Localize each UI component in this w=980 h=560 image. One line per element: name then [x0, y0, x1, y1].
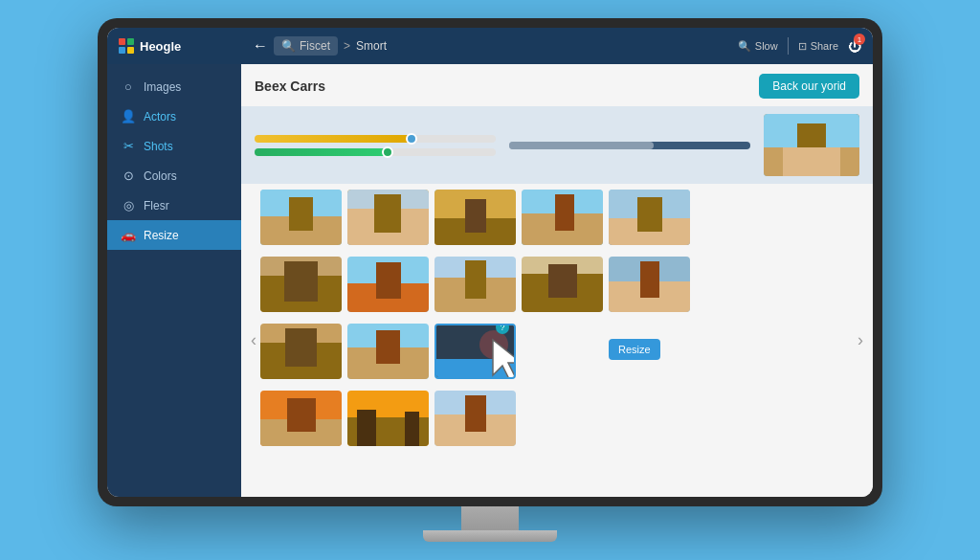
search-label: Fiscet	[300, 39, 330, 53]
colors-icon: ⊙	[121, 168, 136, 183]
share-button[interactable]: ⊡ Share	[798, 40, 838, 53]
slider-row-1	[255, 135, 496, 143]
sidebar-label-actors: Actors	[144, 110, 176, 123]
nav-right-button[interactable]: ›	[854, 190, 867, 491]
search-icon: 🔍	[281, 39, 296, 53]
thumb-2-2[interactable]	[347, 257, 429, 312]
breadcrumb-separator: >	[344, 39, 350, 53]
logo-area: Heogle	[119, 38, 243, 54]
section-title: Beex Carrs	[255, 78, 325, 94]
nav-left-button[interactable]: ‹	[247, 190, 260, 491]
sidebar-label-resize: Resize	[144, 229, 179, 242]
thumb-1-2[interactable]	[347, 190, 429, 245]
app-content: ○ Images 👤 Actors ✂ Shots ⊙ Colors	[107, 64, 873, 497]
search-bar[interactable]: 🔍 Fiscet	[274, 36, 338, 56]
main-content: Beex Carrs Back our yorid	[241, 64, 873, 497]
resize-btn-container: Resize	[609, 339, 660, 364]
thumb-1-5[interactable]	[609, 190, 690, 245]
svg-rect-30	[548, 264, 577, 298]
sidebar-item-actors[interactable]: 👤 Actors	[107, 101, 241, 131]
notification-button[interactable]: ⏻ 1	[848, 37, 861, 55]
slider-dark-track[interactable]	[509, 142, 750, 149]
svg-rect-50	[357, 410, 376, 446]
sidebar-item-images[interactable]: ○ Images	[107, 72, 241, 101]
sidebar: ○ Images 👤 Actors ✂ Shots ⊙ Colors	[107, 64, 241, 497]
sidebar-item-shots[interactable]: ✂ Shots	[107, 131, 241, 161]
slow-icon: 🔍	[738, 40, 751, 53]
divider	[788, 37, 789, 55]
app-title: Heogle	[140, 39, 181, 54]
share-icon: ⊡	[798, 40, 807, 53]
monitor-wrapper: Heogle ← 🔍 Fiscet > Smort 🔍 Slow	[98, 18, 882, 542]
sidebar-item-colors[interactable]: ⊙ Colors	[107, 161, 241, 190]
thumb-1-3[interactable]	[434, 190, 516, 245]
slider-area	[241, 106, 873, 184]
thumb-4-2[interactable]	[347, 391, 429, 446]
flesr-icon: ◎	[121, 198, 136, 213]
slider-row-2	[255, 148, 496, 156]
preview-image	[764, 114, 859, 176]
thumb-2-4[interactable]	[522, 257, 603, 312]
slider-fill-yellow	[255, 135, 412, 143]
image-row-1	[260, 190, 854, 245]
title-bar: Heogle ← 🔍 Fiscet > Smort 🔍 Slow	[107, 28, 873, 64]
sidebar-item-resize[interactable]: 🚗 Resize	[107, 220, 241, 250]
svg-rect-12	[465, 199, 486, 233]
svg-rect-18	[637, 197, 662, 232]
right-controls: 🔍 Slow ⊡ Share ⏻ 1	[738, 37, 861, 55]
sidebar-label-images: Images	[144, 80, 181, 94]
svg-rect-51	[405, 412, 419, 446]
svg-rect-6	[289, 197, 313, 231]
thumb-1-4[interactable]	[522, 190, 603, 245]
svg-rect-3	[783, 147, 840, 176]
grid-wrapper: ‹	[241, 184, 873, 497]
sidebar-item-flesr[interactable]: ◎ Flesr	[107, 190, 241, 220]
slider-fill-green	[255, 148, 388, 156]
slider-track-2[interactable]	[255, 148, 496, 156]
sidebar-label-flesr: Flesr	[144, 199, 169, 213]
thumb-2-1[interactable]	[260, 257, 342, 312]
share-label: Share	[811, 40, 838, 52]
notification-badge: 1	[854, 34, 865, 45]
thumb-4-1[interactable]	[260, 391, 342, 446]
screen: Heogle ← 🔍 Fiscet > Smort 🔍 Slow	[107, 28, 873, 497]
resize-icon: 🚗	[121, 228, 136, 242]
resize-button[interactable]: Resize	[609, 339, 660, 360]
action-button[interactable]: Back our yorid	[759, 74, 859, 99]
slider-track-1[interactable]	[255, 135, 496, 143]
svg-rect-9	[374, 194, 401, 233]
svg-rect-24	[376, 262, 401, 299]
thumb-2-3[interactable]	[434, 257, 516, 312]
images-icon: ○	[121, 79, 136, 94]
thumb-1-1[interactable]	[260, 190, 342, 245]
breadcrumb-item: Smort	[356, 39, 387, 53]
thumb-3-1[interactable]	[260, 324, 342, 379]
image-row-3: ? Resize	[260, 324, 854, 379]
slider-thumb-2[interactable]	[382, 146, 393, 158]
logo-green	[127, 38, 134, 45]
svg-rect-39	[376, 330, 400, 364]
sidebar-label-shots: Shots	[144, 140, 173, 153]
monitor-stand-neck	[461, 506, 519, 530]
thumb-4-3[interactable]	[434, 391, 516, 446]
svg-rect-36	[285, 328, 317, 367]
svg-rect-41	[436, 359, 516, 379]
svg-rect-15	[555, 194, 574, 231]
logo-yellow	[127, 47, 134, 54]
logo-blue	[119, 47, 125, 54]
back-button[interactable]: ←	[253, 37, 268, 55]
slider-thumb-1[interactable]	[406, 133, 417, 145]
sidebar-label-colors: Colors	[144, 169, 177, 183]
thumb-2-5[interactable]	[609, 257, 690, 312]
thumb-3-3[interactable]: ?	[434, 324, 516, 379]
actors-icon: 👤	[121, 109, 136, 123]
image-grid: ? Resize	[260, 190, 854, 491]
svg-rect-47	[287, 398, 316, 432]
slider-fill-white	[509, 142, 654, 149]
thumb-3-2[interactable]	[347, 324, 429, 379]
svg-point-43	[479, 330, 508, 359]
slider-group	[255, 135, 496, 156]
svg-rect-21	[284, 261, 318, 302]
slow-button[interactable]: 🔍 Slow	[738, 40, 778, 53]
shots-icon: ✂	[121, 139, 136, 153]
